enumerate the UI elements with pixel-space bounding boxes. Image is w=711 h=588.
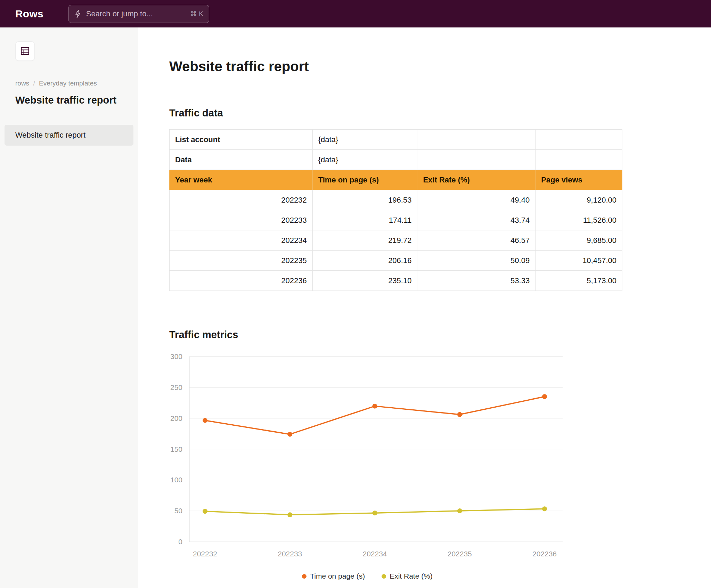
traffic-metrics-chart: 0501001502002503002022322022332022342022… [169,350,565,580]
table-cell[interactable]: 206.16 [312,251,417,271]
table-cell[interactable]: 219.72 [312,230,417,251]
svg-text:202234: 202234 [362,550,387,558]
table-cell[interactable]: 9,120.00 [536,190,622,210]
table-cell[interactable] [417,150,536,170]
table-cell[interactable]: 202236 [170,271,313,291]
legend-dot [382,574,386,579]
table-cell[interactable]: {data} [312,150,417,170]
table-cell[interactable]: 196.53 [312,190,417,210]
legend-label: Time on page (s) [310,572,365,580]
table-cell[interactable]: List account [170,130,313,150]
legend-item-time-on-page[interactable]: Time on page (s) [302,572,365,580]
legend-label: Exit Rate (%) [390,572,433,580]
svg-text:300: 300 [170,352,182,360]
table-row: Data {data} [170,150,622,170]
traffic-data-heading: Traffic data [169,107,711,119]
svg-text:202233: 202233 [278,550,302,558]
table-cell[interactable]: 53.33 [417,271,536,291]
svg-text:200: 200 [170,414,182,422]
column-header-year-week[interactable]: Year week [170,170,313,190]
table-cell[interactable]: 5,173.00 [536,271,622,291]
table-cell[interactable]: Data [170,150,313,170]
page-title: Website traffic report [169,59,711,74]
sidebar-item-label: Website traffic report [15,131,85,140]
svg-text:0: 0 [178,538,182,546]
rows-logo[interactable]: Rows [15,8,43,20]
traffic-metrics-heading: Traffic metrics [169,329,711,341]
breadcrumb: rows / Everyday templates [15,80,123,87]
table-cell[interactable]: 202233 [170,210,313,230]
svg-text:100: 100 [170,476,182,484]
search-placeholder: Search or jump to... [86,9,186,18]
svg-text:250: 250 [170,383,182,391]
table-cell[interactable]: 10,457.00 [536,251,622,271]
table-cell[interactable] [536,150,622,170]
table-cell[interactable] [536,130,622,150]
search-shortcut: ⌘ K [190,10,203,18]
svg-text:50: 50 [174,507,182,515]
page: Rows Search or jump to... ⌘ K rows / Eve… [0,0,711,588]
table-cell[interactable]: 202234 [170,230,313,251]
table-cell[interactable]: 50.09 [417,251,536,271]
table-cell[interactable]: 235.10 [312,271,417,291]
breadcrumb-everyday-templates[interactable]: Everyday templates [39,80,97,87]
table-cell[interactable]: 11,526.00 [536,210,622,230]
breadcrumb-rows[interactable]: rows [15,80,29,87]
table-row: 202236 235.10 53.33 5,173.00 [170,271,622,291]
table-cell[interactable]: 49.40 [417,190,536,210]
column-header-time-on-page[interactable]: Time on page (s) [312,170,417,190]
line-chart: 0501001502002503002022322022332022342022… [169,350,565,566]
breadcrumb-separator: / [33,80,35,87]
sidebar-item-website-traffic-report[interactable]: Website traffic report [5,125,133,146]
chart-legend: Time on page (s) Exit Rate (%) [169,572,565,580]
svg-text:150: 150 [170,445,182,453]
svg-text:202236: 202236 [532,550,557,558]
table-cell[interactable]: 43.74 [417,210,536,230]
main-content: Website traffic report Traffic data List… [138,27,711,588]
table-cell[interactable]: 202232 [170,190,313,210]
table-cell[interactable]: {data} [312,130,417,150]
search-input[interactable]: Search or jump to... ⌘ K [68,5,209,23]
table-cell[interactable]: 202235 [170,251,313,271]
table-row: 202233 174.11 43.74 11,526.00 [170,210,622,230]
table-row: 202232 196.53 49.40 9,120.00 [170,190,622,210]
legend-item-exit-rate[interactable]: Exit Rate (%) [382,572,433,580]
table-cell[interactable] [417,130,536,150]
table-row: List account {data} [170,130,622,150]
svg-text:202235: 202235 [448,550,472,558]
spreadsheet-icon [15,41,35,61]
table-row: 202235 206.16 50.09 10,457.00 [170,251,622,271]
svg-text:202232: 202232 [193,550,217,558]
column-header-exit-rate[interactable]: Exit Rate (%) [417,170,536,190]
sidebar-title: Website traffic report [15,93,123,107]
traffic-data-table: List account {data} Data {data} Year wee… [169,129,622,291]
table-cell[interactable]: 174.11 [312,210,417,230]
legend-dot [302,574,307,579]
column-header-page-views[interactable]: Page views [536,170,622,190]
table-row: 202234 219.72 46.57 9,685.00 [170,230,622,251]
topbar: Rows Search or jump to... ⌘ K [0,0,711,27]
sidebar: rows / Everyday templates Website traffi… [0,27,138,588]
table-header-row: Year week Time on page (s) Exit Rate (%)… [170,170,622,190]
lightning-icon [74,10,81,18]
table-cell[interactable]: 9,685.00 [536,230,622,251]
table-cell[interactable]: 46.57 [417,230,536,251]
